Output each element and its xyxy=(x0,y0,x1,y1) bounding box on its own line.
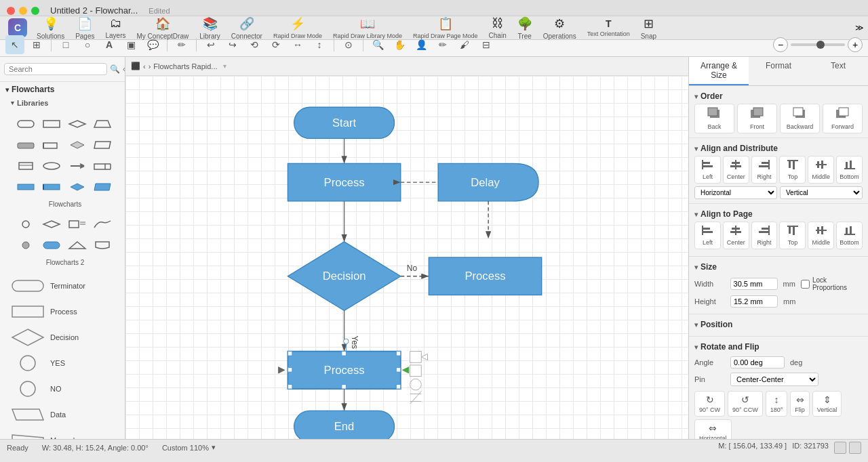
shape-cell[interactable] xyxy=(66,156,88,175)
shape-cell[interactable] xyxy=(41,135,62,154)
shape-cell[interactable] xyxy=(41,177,62,196)
shape-cell[interactable] xyxy=(66,236,88,255)
align-header[interactable]: Align and Distribute xyxy=(694,142,863,156)
align-bottom-btn[interactable]: Bottom xyxy=(836,156,863,184)
order-forward-btn[interactable]: Forward xyxy=(823,104,863,133)
speech-tool[interactable]: 💬 xyxy=(143,35,162,54)
shape-item-terminator[interactable]: Terminator xyxy=(5,273,125,299)
handle-tl[interactable] xyxy=(288,352,292,356)
modify4-tool[interactable]: ↕ xyxy=(310,35,329,54)
height-input[interactable] xyxy=(730,295,778,308)
shape-item-yes[interactable]: YES xyxy=(5,350,125,376)
shape-cell[interactable] xyxy=(92,177,113,196)
shape-cell[interactable] xyxy=(15,215,37,234)
flip-horizontal-btn[interactable]: ⇔ Horizontal xyxy=(694,419,732,439)
colorpicker-tool[interactable]: ✏ xyxy=(433,35,452,54)
status-icon-1[interactable] xyxy=(834,442,846,454)
shape-cell[interactable] xyxy=(15,177,37,196)
lock-proportions-check[interactable]: Lock Proportions xyxy=(801,276,863,291)
shape-item-no[interactable]: NO xyxy=(5,376,125,402)
ellipse-tool[interactable]: ○ xyxy=(78,35,97,54)
position-header[interactable]: Position xyxy=(694,318,863,332)
sub-header-libraries[interactable]: Libraries xyxy=(5,97,125,109)
minimize-button[interactable] xyxy=(19,7,27,15)
modify2-tool[interactable]: ⟳ xyxy=(267,35,285,54)
order-back-btn[interactable]: Back xyxy=(694,104,734,133)
section-flowcharts[interactable]: Flowcharts xyxy=(0,82,125,97)
format-tool[interactable]: 🖌 xyxy=(455,35,474,54)
text-tool[interactable]: A xyxy=(100,35,119,54)
width-input[interactable] xyxy=(730,278,778,290)
tab-arrange-size[interactable]: Arrange & Size xyxy=(689,57,749,85)
status-icon-2[interactable] xyxy=(849,442,861,454)
shape-cell[interactable] xyxy=(41,215,62,234)
atp-right-btn[interactable]: Right xyxy=(751,222,778,249)
shape-cell[interactable] xyxy=(92,215,113,234)
menu-textorientation[interactable]: T Text Orientation xyxy=(582,16,635,40)
search-input[interactable] xyxy=(4,63,107,75)
distribute-horizontal-select[interactable]: Horizontal xyxy=(694,186,777,199)
order-backward-btn[interactable]: Backward xyxy=(780,104,820,133)
lasso-tool[interactable]: ⊙ xyxy=(339,35,358,54)
stamp-tool[interactable]: 👤 xyxy=(412,35,431,54)
flip-vertical-btn[interactable]: ⇕ Vertical xyxy=(812,391,842,417)
shape-item-data[interactable]: Data xyxy=(5,402,125,427)
shape-cell[interactable] xyxy=(66,215,88,234)
rect-tool[interactable]: □ xyxy=(56,35,75,54)
shape-cell[interactable] xyxy=(41,156,62,175)
multiselect-tool[interactable]: ⊞ xyxy=(27,35,46,54)
rapid-panel-rect1[interactable] xyxy=(410,352,422,363)
menu-operations[interactable]: ⚙ Operations xyxy=(538,14,582,43)
shape-cell[interactable] xyxy=(66,135,88,154)
pen-tool[interactable]: ✏ xyxy=(172,35,191,54)
rotate-90cw-btn[interactable]: ↻ 90° CW xyxy=(694,391,725,417)
rotation-handle[interactable] xyxy=(344,339,349,343)
shape-item-process[interactable]: Process xyxy=(5,299,125,324)
modify1-tool[interactable]: ⟲ xyxy=(245,35,264,54)
shape-cell[interactable] xyxy=(92,236,113,255)
align-top-btn[interactable]: Top xyxy=(779,156,806,184)
distribute-vertical-select[interactable]: Vertical xyxy=(780,186,863,199)
handle-tr[interactable] xyxy=(396,352,400,356)
menu-snap[interactable]: ⊞ Snap xyxy=(635,14,662,43)
handle-bm[interactable] xyxy=(342,385,346,389)
pin-select[interactable]: Center-Center xyxy=(730,373,818,386)
shape-cell[interactable] xyxy=(15,114,37,133)
lock-checkbox[interactable] xyxy=(801,280,810,289)
close-button[interactable] xyxy=(7,7,15,15)
atp-top-btn[interactable]: Top xyxy=(779,222,806,249)
rotate-180-btn[interactable]: ↕ 180° xyxy=(766,391,788,417)
lock-tool[interactable]: ⊟ xyxy=(477,35,496,54)
shape-cell[interactable] xyxy=(92,156,113,175)
shape-cell[interactable] xyxy=(66,114,88,133)
modify3-tool[interactable]: ↔ xyxy=(288,35,307,54)
search-icon[interactable]: 🔍 xyxy=(110,62,120,76)
flip-btn[interactable]: ⇔ Flip xyxy=(790,391,810,417)
rapid-panel-diamond[interactable] xyxy=(421,354,427,360)
tab-format[interactable]: Format xyxy=(749,57,808,85)
shape-cell[interactable] xyxy=(92,135,113,154)
rapid-right-arrow[interactable] xyxy=(403,367,409,373)
atp-center-btn[interactable]: Center xyxy=(723,222,749,249)
container-tool[interactable]: ▣ xyxy=(121,35,140,54)
canvas-area[interactable]: Start Process Delay Decision xyxy=(125,76,688,439)
rapid-panel-rounded[interactable] xyxy=(410,379,422,390)
expand-icon[interactable]: ≫ xyxy=(855,23,864,33)
shape-cell[interactable] xyxy=(66,177,88,196)
shape-cell[interactable] xyxy=(92,114,113,133)
angle-input[interactable] xyxy=(730,356,785,369)
shape-cell[interactable] xyxy=(15,236,37,255)
order-front-btn[interactable]: Front xyxy=(737,104,777,133)
rapid-left-arrow[interactable] xyxy=(279,367,285,373)
align-right-btn[interactable]: Right xyxy=(751,156,778,184)
shape-cell[interactable] xyxy=(15,135,37,154)
menu-tree[interactable]: 🌳 Tree xyxy=(512,14,538,43)
handle-bl[interactable] xyxy=(288,385,292,389)
handle-br[interactable] xyxy=(396,385,400,389)
tab-text[interactable]: Text xyxy=(808,57,868,85)
align-to-page-header[interactable]: Align to Page xyxy=(694,208,863,222)
rotate-90ccw-btn[interactable]: ↺ 90° CCW xyxy=(728,391,763,417)
handle-mr[interactable] xyxy=(396,368,400,372)
atp-middle-btn[interactable]: Middle xyxy=(808,222,834,249)
zoom-slider[interactable] xyxy=(791,43,845,46)
